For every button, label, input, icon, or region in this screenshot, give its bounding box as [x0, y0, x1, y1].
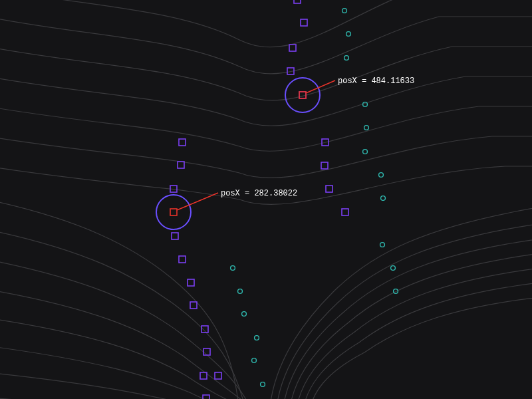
- contour-line: [0, 17, 532, 74]
- tooltip-label: posX = 282.38022: [221, 189, 297, 198]
- highlight-ring: [156, 195, 191, 229]
- data-point-circle[interactable]: [381, 196, 386, 201]
- data-point-square[interactable]: [289, 45, 296, 51]
- data-point-square[interactable]: [294, 0, 301, 3]
- data-point-circle[interactable]: [231, 266, 235, 271]
- contour-line: [309, 297, 532, 399]
- data-point-circle[interactable]: [238, 289, 243, 294]
- contour-line: [0, 229, 246, 399]
- data-point-circle[interactable]: [242, 312, 247, 317]
- contour-layer: [0, 0, 532, 399]
- leader-line: [177, 193, 218, 210]
- data-point-circle[interactable]: [391, 266, 396, 271]
- contour-line: [269, 206, 532, 399]
- contour-line: [0, 346, 266, 399]
- data-point-circle[interactable]: [363, 150, 368, 154]
- data-point-circle[interactable]: [342, 9, 347, 13]
- data-point-circle[interactable]: [363, 102, 368, 107]
- data-point-circle[interactable]: [255, 336, 259, 340]
- data-point-square[interactable]: [203, 395, 209, 399]
- contour-line: [0, 0, 532, 47]
- data-point-square[interactable]: [321, 162, 328, 169]
- contour-line: [303, 282, 532, 399]
- contour-line: [0, 106, 532, 151]
- contour-line: [296, 267, 532, 399]
- data-point-square[interactable]: [172, 233, 178, 239]
- data-point-square[interactable]: [342, 209, 348, 215]
- data-point-square[interactable]: [203, 348, 210, 355]
- data-point-circle[interactable]: [380, 243, 385, 247]
- data-point-circle[interactable]: [379, 173, 384, 178]
- data-point-circle[interactable]: [261, 382, 265, 387]
- contour-line: [276, 223, 532, 399]
- highlight-marker[interactable]: posX = 282.38022: [156, 189, 297, 229]
- contour-line: [0, 166, 532, 204]
- data-point-square[interactable]: [215, 372, 221, 379]
- data-point-circle[interactable]: [344, 56, 349, 61]
- data-point-square[interactable]: [190, 302, 197, 309]
- data-point-square[interactable]: [326, 186, 332, 192]
- data-point-square[interactable]: [179, 256, 186, 263]
- data-point-square[interactable]: [179, 139, 186, 146]
- highlight-marker[interactable]: posX = 484.11633: [285, 76, 414, 112]
- viewport[interactable]: posX = 484.11633posX = 282.38022: [0, 0, 532, 399]
- contour-line: [0, 289, 258, 399]
- purple-squares-layer: [170, 0, 348, 399]
- data-point-circle[interactable]: [252, 358, 257, 363]
- data-point-square[interactable]: [301, 19, 307, 26]
- highlight-ring: [285, 78, 320, 112]
- highlight-core-square: [170, 209, 177, 215]
- data-point-square[interactable]: [188, 279, 194, 286]
- contour-line: [0, 76, 532, 126]
- data-point-circle[interactable]: [364, 126, 369, 130]
- data-point-circle[interactable]: [346, 32, 351, 37]
- tooltip-label: posX = 484.11633: [338, 76, 414, 86]
- data-point-square[interactable]: [178, 162, 184, 168]
- contour-line: [0, 318, 263, 399]
